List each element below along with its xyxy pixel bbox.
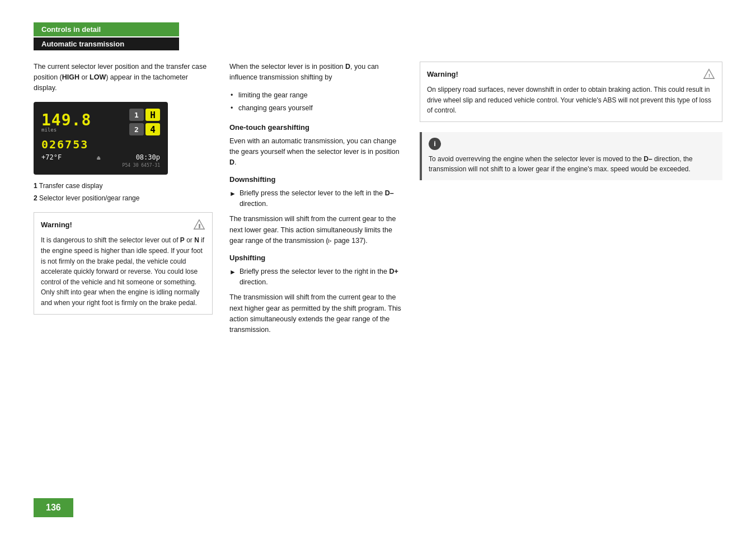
tach-odo: 026753	[41, 138, 160, 151]
right-warning-box: Warning! ! On slippery road surfaces, ne…	[420, 62, 722, 122]
right-warning-title: Warning!	[427, 70, 458, 78]
downshifting-heading: Downshifting	[229, 175, 403, 184]
svg-text:!: !	[199, 223, 200, 229]
bullet-2: changing gears yourself	[229, 103, 403, 114]
tach-labels: 1 Transfer case display 2 Selector lever…	[34, 180, 213, 204]
upshifting-arrow-icon: ►	[229, 267, 236, 288]
badge-row-2: 2 4	[129, 123, 160, 135]
left-warning-triangle-icon: !	[193, 218, 205, 231]
left-warning-title: Warning!	[41, 221, 72, 229]
header-black-bar: Automatic transmission	[34, 38, 179, 50]
tach-time: 08:30p	[136, 153, 160, 161]
page-container: Controls in detail Automatic transmissio…	[0, 0, 756, 534]
header-green-bar: Controls in detail	[34, 22, 179, 36]
right-column: Warning! ! On slippery road surfaces, ne…	[420, 62, 722, 343]
left-warning-header: Warning! !	[41, 218, 205, 231]
tach-top-row: 149.8 miles 1 H 2 4	[41, 109, 160, 135]
downshifting-body: The transmission will shift from the cur…	[229, 214, 403, 246]
tach-label-1: 1 Transfer case display	[34, 180, 213, 193]
downshifting-arrow-item: ► Briefly press the selector lever to th…	[229, 188, 403, 210]
downshifting-arrow-text: Briefly press the selector lever to the …	[240, 188, 403, 210]
badge-4: 4	[145, 123, 160, 135]
tach-big-number: 149.8	[41, 111, 91, 129]
header-section: Controls in detail Automatic transmissio…	[34, 22, 722, 50]
main-content: The current selector lever position and …	[34, 62, 722, 343]
tach-sd-icon: ⏏	[97, 154, 100, 161]
bullet-1: limiting the gear range	[229, 90, 403, 101]
badge-row-1: 1 H	[129, 109, 160, 121]
left-column: The current selector lever position and …	[34, 62, 213, 343]
left-warning-text: It is dangerous to shift the selector le…	[41, 235, 205, 308]
right-warning-header: Warning! !	[427, 68, 715, 80]
upshifting-arrow-text: Briefly press the selector lever to the …	[240, 266, 403, 288]
svg-text:!: !	[708, 73, 710, 78]
tach-code: P54 30 6457-31	[41, 163, 160, 168]
info-text: To avoid overrevving the engine when the…	[429, 154, 716, 175]
right-warning-triangle-icon: !	[703, 68, 715, 80]
badge-H: H	[145, 109, 160, 121]
tach-left-section: 149.8 miles	[41, 111, 91, 134]
tach-bottom-row: +72°F ⏏ 08:30p	[41, 153, 160, 161]
one-touch-heading: One-touch gearshifting	[229, 123, 403, 132]
tach-label-2: 2 Selector lever position/gear range	[34, 193, 213, 205]
right-warning-text: On slippery road surfaces, never downshi…	[427, 85, 715, 116]
middle-column: When the selector lever is in position D…	[229, 62, 403, 343]
upshifting-heading: Upshifting	[229, 254, 403, 262]
info-icon: i	[429, 138, 441, 150]
bullet-list: limiting the gear range changing gears y…	[229, 90, 403, 114]
info-box: i To avoid overrevving the engine when t…	[420, 132, 722, 180]
page-number: 136	[34, 498, 73, 517]
left-warning-box: Warning! ! It is dangerous to shift the …	[34, 212, 213, 314]
tach-display: 149.8 miles 1 H 2 4 026753	[34, 102, 168, 175]
tach-right-panel: 1 H 2 4	[129, 109, 160, 135]
badge-1: 1	[129, 109, 144, 121]
upshifting-body: The transmission will shift from the cur…	[229, 292, 403, 336]
upshifting-arrow-item: ► Briefly press the selector lever to th…	[229, 266, 403, 288]
selector-intro: When the selector lever is in position D…	[229, 62, 403, 83]
badge-2: 2	[129, 123, 144, 135]
tach-temp: +72°F	[41, 153, 62, 161]
one-touch-text: Even with an automatic transmission, you…	[229, 136, 403, 168]
intro-text: The current selector lever position and …	[34, 62, 213, 93]
downshifting-arrow-icon: ►	[229, 189, 236, 210]
